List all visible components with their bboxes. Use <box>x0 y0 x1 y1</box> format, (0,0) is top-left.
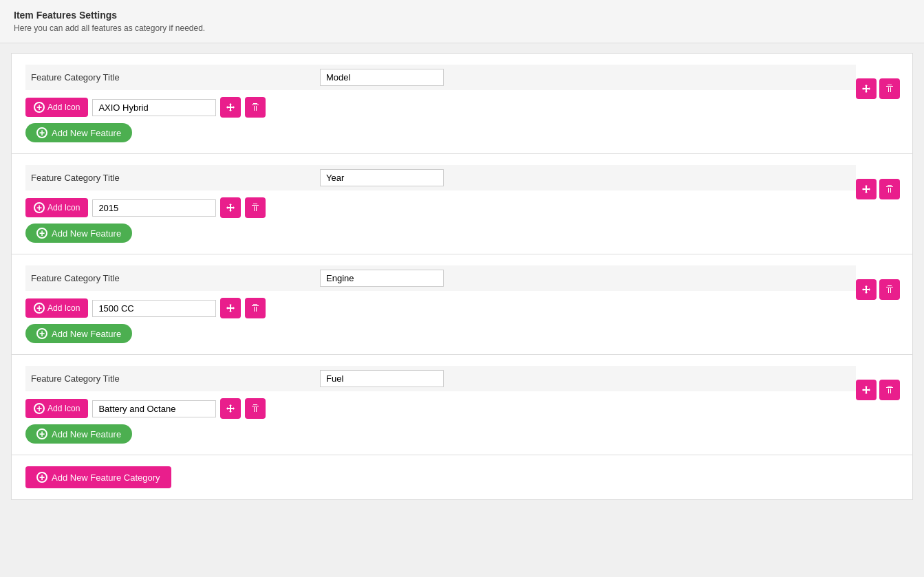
add-feature-label: Add New Feature <box>52 228 121 239</box>
add-icon-label: Add Icon <box>47 404 80 413</box>
feature-value-input[interactable] <box>92 199 216 217</box>
categories-container: Feature Category Title+Add Icon+Add New … <box>12 54 912 455</box>
category-move-button[interactable] <box>856 279 877 300</box>
add-icon-button[interactable]: +Add Icon <box>25 298 88 318</box>
add-feature-plus-icon: + <box>36 228 47 239</box>
page-subtitle: Here you can add all features as categor… <box>14 23 910 33</box>
add-icon-label: Add Icon <box>47 102 80 112</box>
category-actions-row <box>856 179 900 199</box>
category-row: Feature Category Title+Add Icon+Add New … <box>12 154 912 254</box>
trash-icon <box>885 285 894 294</box>
category-actions-row <box>856 78 900 99</box>
category-inner: Feature Category Title+Add Icon+Add New … <box>19 165 856 243</box>
category-actions <box>856 366 905 400</box>
category-delete-button[interactable] <box>879 179 900 199</box>
add-new-feature-button[interactable]: +Add New Feature <box>25 424 132 444</box>
category-title-label: Feature Category Title <box>31 273 320 283</box>
add-category-section: + Add New Feature Category <box>12 455 912 499</box>
feature-row: +Add Icon <box>25 97 856 118</box>
add-icon-button[interactable]: +Add Icon <box>25 98 88 117</box>
trash-icon <box>885 385 894 395</box>
add-feature-plus-icon: + <box>36 127 47 138</box>
move-icon <box>226 102 235 112</box>
add-feature-plus-icon: + <box>36 428 47 439</box>
category-title-input[interactable] <box>320 169 444 186</box>
category-inner: Feature Category Title+Add Icon+Add New … <box>19 65 856 142</box>
category-title-input[interactable] <box>320 370 444 387</box>
page-title: Item Features Settings <box>14 10 910 21</box>
feature-move-button[interactable] <box>220 97 241 118</box>
category-move-button[interactable] <box>856 380 877 400</box>
add-feature-label: Add New Feature <box>52 329 121 339</box>
category-title-label: Feature Category Title <box>31 373 320 384</box>
category-actions <box>856 265 905 300</box>
feature-delete-button[interactable] <box>245 197 266 218</box>
category-title-row: Feature Category Title <box>25 165 856 190</box>
category-inner: Feature Category Title+Add Icon+Add New … <box>19 366 856 444</box>
add-feature-label: Add New Feature <box>52 429 121 439</box>
trash-icon <box>885 184 894 194</box>
category-title-row: Feature Category Title <box>25 265 856 291</box>
add-feature-label: Add New Feature <box>52 128 121 138</box>
feature-row: +Add Icon <box>25 298 856 318</box>
feature-move-button[interactable] <box>220 398 241 419</box>
trash-icon <box>251 203 259 213</box>
add-icon-plus-icon: + <box>34 403 45 414</box>
trash-icon <box>251 102 259 112</box>
category-actions-row <box>856 380 900 400</box>
move-icon <box>861 184 871 194</box>
category-inner: Feature Category Title+Add Icon+Add New … <box>19 265 856 343</box>
category-row: Feature Category Title+Add Icon+Add New … <box>12 254 912 355</box>
trash-icon <box>251 303 259 313</box>
category-title-row: Feature Category Title <box>25 65 856 90</box>
feature-delete-button[interactable] <box>245 298 266 318</box>
category-title-row: Feature Category Title <box>25 366 856 391</box>
feature-value-input[interactable] <box>92 400 216 417</box>
feature-row: +Add Icon <box>25 398 856 419</box>
feature-value-input[interactable] <box>92 99 216 116</box>
feature-move-button[interactable] <box>220 298 241 318</box>
category-actions <box>856 165 905 199</box>
add-new-category-button[interactable]: + Add New Feature Category <box>25 466 171 488</box>
feature-move-button[interactable] <box>220 197 241 218</box>
add-category-label: Add New Feature Category <box>52 472 160 483</box>
category-title-input[interactable] <box>320 69 444 86</box>
move-icon <box>226 404 235 413</box>
page-wrapper: Item Features Settings Here you can add … <box>0 0 924 577</box>
add-icon-plus-icon: + <box>34 202 45 213</box>
header-section: Item Features Settings Here you can add … <box>0 0 924 43</box>
main-content: Feature Category Title+Add Icon+Add New … <box>11 53 913 500</box>
feature-delete-button[interactable] <box>245 398 266 419</box>
move-icon <box>226 203 235 213</box>
add-new-feature-button[interactable]: +Add New Feature <box>25 324 132 343</box>
category-title-label: Feature Category Title <box>31 173 320 183</box>
move-icon <box>226 303 235 313</box>
feature-row: +Add Icon <box>25 197 856 218</box>
category-move-button[interactable] <box>856 179 877 199</box>
add-new-feature-button[interactable]: +Add New Feature <box>25 224 132 243</box>
add-feature-plus-icon: + <box>36 328 47 339</box>
trash-icon <box>251 404 259 413</box>
move-icon <box>861 385 871 395</box>
add-icon-plus-icon: + <box>34 303 45 314</box>
add-category-plus-icon: + <box>36 472 47 483</box>
add-icon-label: Add Icon <box>47 203 80 213</box>
add-icon-label: Add Icon <box>47 303 80 313</box>
category-delete-button[interactable] <box>879 380 900 400</box>
category-row: Feature Category Title+Add Icon+Add New … <box>12 54 912 154</box>
move-icon <box>861 285 871 294</box>
category-move-button[interactable] <box>856 78 877 99</box>
category-actions-row <box>856 279 900 300</box>
category-delete-button[interactable] <box>879 78 900 99</box>
add-icon-plus-icon: + <box>34 102 45 113</box>
add-icon-button[interactable]: +Add Icon <box>25 399 88 418</box>
add-icon-button[interactable]: +Add Icon <box>25 198 88 217</box>
category-actions <box>856 65 905 99</box>
add-new-feature-button[interactable]: +Add New Feature <box>25 123 132 142</box>
category-title-input[interactable] <box>320 270 444 287</box>
feature-value-input[interactable] <box>92 300 216 317</box>
category-row: Feature Category Title+Add Icon+Add New … <box>12 355 912 455</box>
feature-delete-button[interactable] <box>245 97 266 118</box>
trash-icon <box>885 84 894 94</box>
category-delete-button[interactable] <box>879 279 900 300</box>
